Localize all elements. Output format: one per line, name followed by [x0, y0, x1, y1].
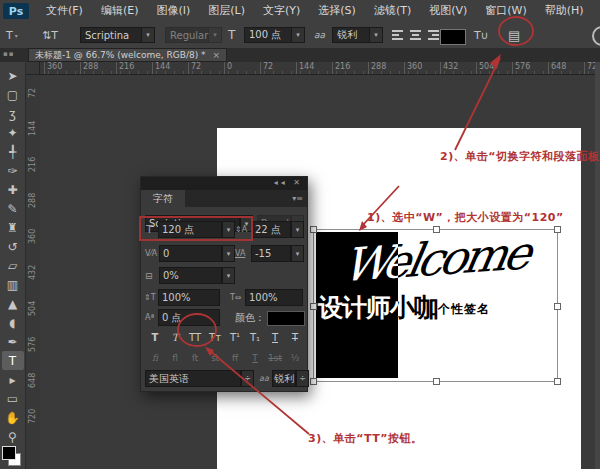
document-tab[interactable]: 未标题-1 @ 66.7% (welcome, RGB/8) * ×	[28, 48, 227, 62]
tool-button[interactable]: ▥	[2, 275, 24, 294]
spinner-icon[interactable]: ÷	[296, 370, 309, 387]
faux-italic-button[interactable]: T	[165, 328, 185, 346]
align-center-button[interactable]	[408, 28, 423, 42]
tool-button[interactable]: ▱	[2, 256, 24, 275]
tool-button[interactable]: ▲	[2, 294, 24, 313]
text-orientation-button[interactable]: ⇅T	[42, 27, 58, 43]
menu-item[interactable]: 视图(V)	[420, 0, 476, 22]
resize-handle[interactable]	[554, 226, 561, 233]
superscript-button[interactable]: T¹	[225, 328, 245, 346]
resize-handle[interactable]	[554, 378, 561, 385]
strikethrough-button[interactable]: T	[285, 328, 305, 346]
resize-handle[interactable]	[433, 378, 440, 385]
tracking-field[interactable]: -15	[251, 245, 291, 262]
tool-preset-button[interactable]: T ▾	[6, 27, 18, 43]
font-family-select[interactable]: Scriptina ▾	[80, 27, 155, 43]
opentype-button[interactable]: ﬆ	[205, 349, 225, 367]
menu-item[interactable]: 文件(F)	[37, 0, 92, 22]
tool-button[interactable]: ▢	[2, 85, 24, 104]
tool-button[interactable]: ✒	[2, 332, 24, 351]
tool-button[interactable]: ↺	[2, 237, 24, 256]
anti-alias-value[interactable]: 锐利	[332, 27, 370, 43]
text-color-swatch[interactable]	[440, 29, 466, 45]
tool-button[interactable]: ➤	[2, 66, 24, 85]
font-size-field[interactable]: 120 点	[158, 221, 222, 238]
all-caps-button[interactable]: TT	[185, 328, 205, 346]
text-layer-bounding-box[interactable]: Welcome 设计师小咖个性签名 Welcome 设计师小咖个性签名	[313, 229, 558, 382]
font-size-select[interactable]: 100 点 ▾	[244, 27, 305, 43]
panel-anti-alias-select[interactable]: 锐利	[272, 370, 296, 387]
toggle-panels-button[interactable]: ▤	[508, 27, 520, 43]
font-style-select[interactable]: Regular ▾	[165, 27, 222, 43]
vertical-ruler[interactable]: 72144216288360432504576648720	[26, 75, 41, 469]
close-icon[interactable]: ✕	[293, 178, 303, 187]
opentype-button[interactable]: ﬂ	[165, 349, 185, 367]
resize-handle[interactable]	[310, 226, 317, 233]
panel-menu-icon[interactable]: ▾≡	[292, 194, 303, 203]
tool-button[interactable]: ◖	[2, 313, 24, 332]
menu-item[interactable]: 帮助(H)	[536, 0, 593, 22]
tsume-field[interactable]: 0%	[159, 267, 222, 284]
opentype-button[interactable]: T	[245, 349, 265, 367]
tool-button[interactable]: ✋	[2, 408, 24, 427]
chevron-down-icon[interactable]: ▾	[222, 267, 235, 284]
chevron-down-icon[interactable]: ▾	[222, 245, 235, 262]
faux-bold-button[interactable]: T	[145, 328, 165, 346]
spinner-icon[interactable]: ÷	[241, 370, 254, 387]
tool-button[interactable]: ╃	[2, 142, 24, 161]
align-left-button[interactable]	[390, 28, 405, 42]
chevron-down-icon[interactable]: ▾	[209, 27, 222, 43]
font-style-value[interactable]: Regular	[165, 27, 209, 43]
opentype-button[interactable]: fi	[145, 349, 165, 367]
menu-item[interactable]: 图层(L)	[199, 0, 254, 22]
menu-item[interactable]: 选择(S)	[309, 0, 365, 22]
tool-button[interactable]: T	[2, 351, 24, 370]
anti-alias-select[interactable]: 锐利 ▾	[332, 27, 383, 43]
text-color-swatch[interactable]	[267, 311, 305, 326]
font-size-value[interactable]: 100 点	[244, 27, 292, 43]
chevron-down-icon[interactable]: ▾	[291, 245, 304, 262]
chevron-down-icon[interactable]: ▾	[142, 27, 155, 43]
menu-item[interactable]: 窗口(W)	[476, 0, 535, 22]
scrollbar[interactable]	[595, 62, 600, 469]
opentype-button[interactable]: ½	[285, 349, 305, 367]
vertical-scale-field[interactable]: 100%	[158, 289, 220, 306]
tool-button[interactable]: ▭	[2, 389, 24, 408]
horizontal-scale-field[interactable]: 100%	[245, 289, 303, 306]
underline-button[interactable]: T	[265, 328, 285, 346]
resize-handle[interactable]	[310, 378, 317, 385]
chevron-down-icon[interactable]: ▾	[292, 27, 305, 43]
tool-button[interactable]: ♜	[2, 218, 24, 237]
align-right-button[interactable]	[426, 28, 441, 42]
font-family-value[interactable]: Scriptina	[80, 27, 142, 43]
resize-handle[interactable]	[433, 226, 440, 233]
kerning-field[interactable]: 0	[159, 245, 222, 262]
tool-button[interactable]: ʒ	[2, 104, 24, 123]
leading-field[interactable]: 22 点	[251, 221, 291, 238]
resize-handle[interactable]	[310, 303, 317, 310]
menu-item[interactable]: 图像(I)	[147, 0, 199, 22]
foreground-color-swatch[interactable]	[2, 446, 16, 460]
tool-button[interactable]: ✑	[2, 161, 24, 180]
warp-text-button[interactable]: T∪	[474, 27, 489, 43]
chevron-down-icon[interactable]: ▾	[291, 221, 304, 238]
baseline-shift-field[interactable]: 0 点	[158, 309, 220, 326]
menu-item[interactable]: 编辑(E)	[92, 0, 148, 22]
menu-item[interactable]: 滤镜(T)	[365, 0, 420, 22]
chevron-down-icon[interactable]: ▾	[222, 221, 235, 238]
help-icon[interactable]	[592, 26, 600, 46]
chevron-down-icon[interactable]: ▾	[370, 27, 383, 43]
close-icon[interactable]: ×	[213, 50, 221, 60]
language-select[interactable]: 美国英语	[145, 370, 241, 387]
collapse-icon[interactable]: ◂◂	[274, 178, 288, 187]
resize-handle[interactable]	[554, 303, 561, 310]
tool-button[interactable]: ✎	[2, 199, 24, 218]
tab-character[interactable]: 字符	[141, 190, 185, 207]
opentype-button[interactable]: ﬀ	[225, 349, 245, 367]
opentype-button[interactable]: ﬅ	[185, 349, 205, 367]
subscript-button[interactable]: T₁	[245, 328, 265, 346]
menu-item[interactable]: 文字(Y)	[254, 0, 309, 22]
opentype-button[interactable]: 1st	[265, 349, 285, 367]
small-caps-button[interactable]: Tᴛ	[205, 328, 225, 346]
horizontal-ruler[interactable]: 3602882161447207214421628836043250457664…	[40, 62, 600, 75]
